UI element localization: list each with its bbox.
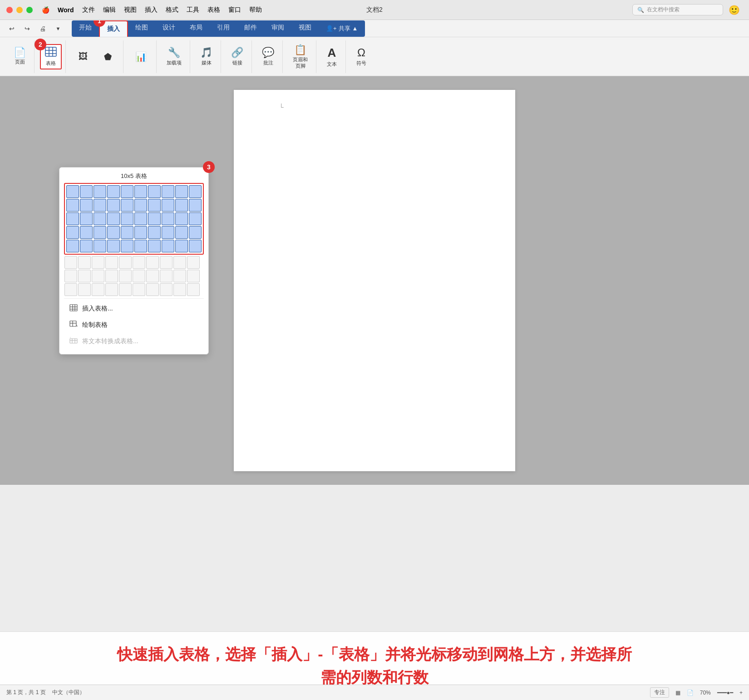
tab-design[interactable]: 设计 — [155, 20, 182, 37]
grid-cell[interactable] — [121, 199, 133, 212]
insert-table-menu-item[interactable]: 插入表格... — [64, 301, 204, 317]
grid-cell[interactable] — [187, 270, 200, 282]
grid-cell[interactable] — [162, 212, 174, 225]
grid-cell[interactable] — [148, 199, 161, 212]
grid-cell[interactable] — [78, 256, 91, 269]
grid-cell[interactable] — [133, 283, 145, 296]
grid-cell[interactable] — [94, 185, 106, 198]
grid-cell[interactable] — [92, 283, 104, 296]
grid-cell[interactable] — [78, 270, 91, 282]
grid-cell[interactable] — [66, 226, 79, 239]
share-button[interactable]: 👤+ 共享 ▲ — [319, 25, 365, 33]
grid-cell[interactable] — [146, 270, 159, 282]
grid-cell[interactable] — [148, 212, 161, 225]
grid-cell[interactable] — [173, 256, 186, 269]
grid-cell[interactable] — [146, 283, 159, 296]
grid-cell[interactable] — [105, 270, 118, 282]
grid-cell[interactable] — [133, 270, 145, 282]
tab-view[interactable]: 视图 — [291, 20, 319, 37]
grid-cell[interactable] — [80, 199, 93, 212]
redo-button[interactable]: ↪ — [21, 22, 34, 35]
media-button[interactable]: 🎵 媒体 — [196, 44, 217, 69]
grid-cell[interactable] — [134, 185, 147, 198]
menu-edit[interactable]: 编辑 — [103, 6, 116, 14]
grid-cell[interactable] — [162, 240, 174, 252]
grid-cell[interactable] — [94, 212, 106, 225]
focus-mode[interactable]: 专注 — [650, 687, 669, 698]
symbol-button[interactable]: Ω 符号 — [351, 44, 371, 69]
grid-cell[interactable] — [187, 256, 200, 269]
minimize-button[interactable] — [16, 7, 23, 13]
grid-cell[interactable] — [66, 212, 79, 225]
save-button[interactable]: ▼ — [52, 22, 64, 35]
maximize-button[interactable] — [26, 7, 33, 13]
grid-cell[interactable] — [187, 283, 200, 296]
grid-cell[interactable] — [105, 283, 118, 296]
menu-tools[interactable]: 工具 — [187, 6, 199, 14]
grid-cell[interactable] — [107, 199, 120, 212]
image-button[interactable]: 🖼 — [71, 45, 95, 69]
print-button[interactable]: 🖨 — [36, 22, 49, 35]
grid-cell[interactable] — [107, 226, 120, 239]
text-button[interactable]: A 文本 — [322, 44, 342, 69]
grid-cell[interactable] — [189, 226, 202, 239]
grid-cell[interactable] — [162, 199, 174, 212]
addins-button[interactable]: 🔧 加载项 — [162, 44, 186, 69]
grid-cell[interactable] — [189, 240, 202, 252]
grid-cell[interactable] — [173, 283, 186, 296]
tab-insert[interactable]: 插入 1 — [99, 20, 128, 37]
grid-cell[interactable] — [134, 212, 147, 225]
grid-cell[interactable] — [94, 240, 106, 252]
menu-insert[interactable]: 插入 — [145, 6, 158, 14]
grid-cell[interactable] — [175, 212, 188, 225]
grid-cell[interactable] — [189, 199, 202, 212]
grid-cell[interactable] — [162, 185, 174, 198]
grid-cell[interactable] — [66, 199, 79, 212]
grid-cell[interactable] — [66, 240, 79, 252]
grid-cell[interactable] — [119, 283, 132, 296]
tab-references[interactable]: 引用 — [210, 20, 237, 37]
grid-cell[interactable] — [121, 240, 133, 252]
grid-cell[interactable] — [148, 185, 161, 198]
grid-cell[interactable] — [160, 283, 172, 296]
menu-help[interactable]: 帮助 — [249, 6, 262, 14]
zoom-in-button[interactable]: + — [739, 690, 743, 696]
grid-cell[interactable] — [121, 185, 133, 198]
grid-cell[interactable] — [80, 226, 93, 239]
grid-cell[interactable] — [80, 185, 93, 198]
chart-button[interactable]: 📊 — [129, 45, 153, 69]
grid-cell[interactable] — [148, 240, 161, 252]
grid-cell[interactable] — [134, 240, 147, 252]
grid-cell[interactable] — [175, 240, 188, 252]
grid-cell[interactable] — [94, 226, 106, 239]
doc-page[interactable]: └ — [234, 90, 515, 471]
zoom-slider[interactable]: ━━━●━ — [717, 690, 733, 696]
grid-cell[interactable] — [107, 240, 120, 252]
grid-cell[interactable] — [133, 256, 145, 269]
grid-cell[interactable] — [119, 270, 132, 282]
page-button[interactable]: 📄 页面 — [9, 44, 30, 69]
link-button[interactable]: 🔗 链接 — [227, 44, 248, 69]
grid-cell[interactable] — [107, 185, 120, 198]
grid-cell[interactable] — [146, 256, 159, 269]
grid-cell[interactable] — [105, 256, 118, 269]
grid-cell[interactable] — [175, 226, 188, 239]
grid-cell[interactable] — [175, 185, 188, 198]
grid-cell[interactable] — [160, 256, 172, 269]
grid-cell[interactable] — [92, 270, 104, 282]
grid-cell[interactable] — [134, 199, 147, 212]
tab-mailings[interactable]: 邮件 — [237, 20, 264, 37]
grid-cell[interactable] — [78, 283, 91, 296]
grid-cell[interactable] — [189, 212, 202, 225]
tab-review[interactable]: 审阅 — [264, 20, 291, 37]
grid-cell[interactable] — [119, 256, 132, 269]
menu-table[interactable]: 表格 — [207, 6, 220, 14]
comment-button[interactable]: 💬 批注 — [257, 44, 279, 69]
grid-cell[interactable] — [64, 256, 77, 269]
grid-cell[interactable] — [189, 185, 202, 198]
shapes-button[interactable]: ⬟ — [96, 45, 119, 69]
grid-cell[interactable] — [107, 212, 120, 225]
grid-cell[interactable] — [134, 226, 147, 239]
undo-button[interactable]: ↩ — [5, 22, 18, 35]
grid-cell[interactable] — [64, 270, 77, 282]
